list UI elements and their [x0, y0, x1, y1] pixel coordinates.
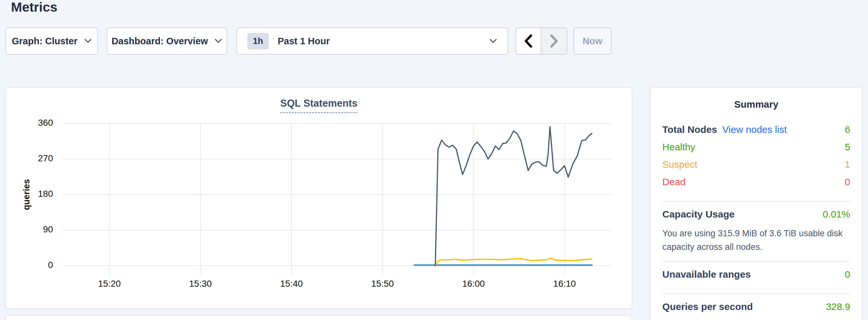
chevron-down-icon [214, 38, 222, 44]
capacity-usage-description: You are using 315.9 MiB of 3.6 TiB usabl… [662, 227, 850, 254]
divider [662, 293, 850, 294]
healthy-label: Healthy [662, 141, 695, 153]
healthy-value: 5 [845, 141, 850, 153]
y-tick-label: 180 [24, 189, 53, 199]
chevron-left-icon [524, 34, 533, 48]
page-title: Metrics [11, 0, 58, 14]
chart-line-dark [435, 127, 592, 266]
chart-title[interactable]: SQL Statements [280, 98, 358, 113]
chevron-down-icon [84, 38, 92, 44]
chart-plot-area[interactable]: queries 090180270360 15:2015:3015:4015:5… [62, 124, 612, 266]
divider [662, 201, 850, 202]
suspect-value: 1 [845, 159, 850, 170]
dashboard-dropdown[interactable]: Dashboard: Overview [107, 28, 227, 55]
total-nodes-value: 6 [845, 124, 850, 135]
summary-panel: Summary Total Nodes View nodes list 6 He… [650, 87, 863, 320]
suspect-nodes-row: Suspect 1 [662, 159, 850, 177]
x-tick-label: 16:10 [545, 279, 584, 289]
queries-per-second-value: 328.9 [826, 301, 850, 312]
x-tick-label: 15:40 [272, 279, 311, 289]
chart-title-wrap: SQL Statements [6, 98, 631, 113]
step-back-button[interactable] [516, 28, 541, 54]
x-tick-label: 15:50 [363, 279, 402, 289]
y-tick-label: 360 [24, 118, 53, 128]
y-tick-label: 270 [24, 153, 53, 164]
chevron-right-icon [550, 34, 558, 48]
step-forward-button-disabled[interactable] [541, 28, 567, 54]
sql-statements-chart-svg [62, 124, 612, 278]
now-button-label: Now [583, 36, 602, 46]
graph-dropdown[interactable]: Graph: Cluster [5, 28, 98, 55]
sql-statements-chart-card: SQL Statements queries 090180270360 15:2… [5, 87, 632, 309]
y-tick-label: 0 [24, 260, 53, 270]
queries-per-second-row: Queries per second 328.9 [662, 301, 850, 319]
time-range-badge: 1h [247, 33, 269, 50]
next-chart-card [5, 315, 632, 320]
x-tick-label: 15:30 [181, 279, 220, 289]
dead-value: 0 [845, 177, 850, 188]
unavailable-ranges-value: 0 [845, 269, 850, 280]
time-range-label: Past 1 Hour [278, 36, 330, 46]
y-tick-label: 90 [24, 224, 53, 235]
unavailable-ranges-label: Unavailable ranges [662, 269, 751, 280]
x-tick-label: 15:20 [90, 279, 129, 289]
total-nodes-label: Total Nodes [662, 124, 717, 135]
now-button[interactable]: Now [574, 28, 612, 55]
suspect-label: Suspect [662, 159, 697, 170]
unavailable-ranges-row: Unavailable ranges 0 [662, 269, 850, 286]
graph-dropdown-label: Graph: Cluster [12, 36, 77, 46]
chevron-down-icon [489, 38, 497, 44]
capacity-usage-label: Capacity Usage [662, 209, 735, 220]
time-step-button-group [516, 28, 567, 55]
view-nodes-list-link[interactable]: View nodes list [722, 124, 787, 135]
capacity-usage-row: Capacity Usage 0.01% [662, 209, 850, 226]
time-range-dropdown[interactable]: 1h Past 1 Hour [237, 28, 508, 55]
dead-label: Dead [662, 177, 686, 188]
capacity-usage-value: 0.01% [823, 209, 850, 220]
queries-per-second-label: Queries per second [662, 301, 753, 312]
divider [662, 261, 850, 262]
dead-nodes-row: Dead 0 [662, 177, 850, 194]
total-nodes-row: Total Nodes View nodes list 6 [662, 124, 850, 141]
dashboard-dropdown-label: Dashboard: Overview [112, 36, 208, 46]
x-tick-label: 16:00 [454, 279, 493, 289]
healthy-nodes-row: Healthy 5 [662, 141, 850, 159]
summary-title: Summary [662, 99, 850, 110]
